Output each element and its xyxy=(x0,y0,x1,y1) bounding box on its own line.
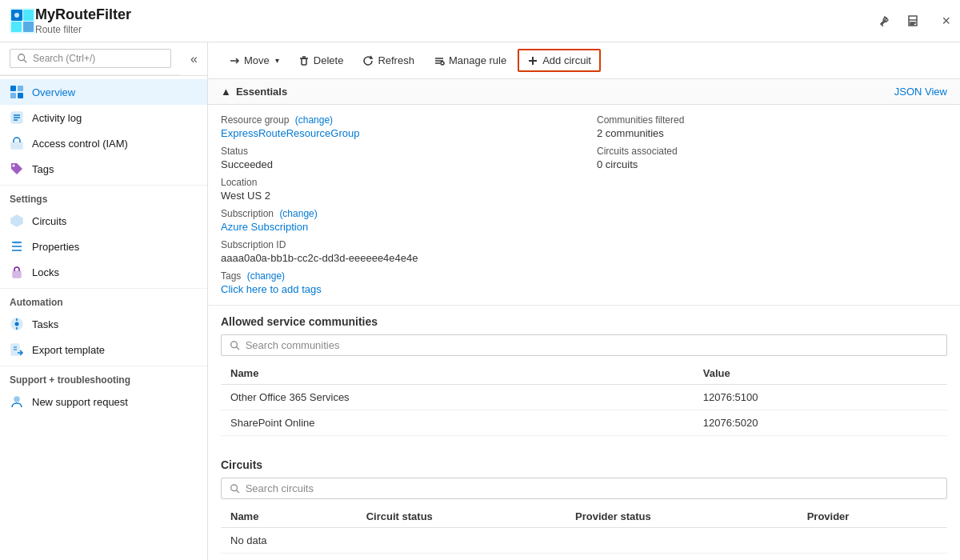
app-icon xyxy=(10,8,35,34)
essentials-col-2: Communities filtered 2 communities Circu… xyxy=(597,114,947,295)
resource-group-item: Resource group (change) ExpressRouteReso… xyxy=(221,114,571,139)
svg-rect-38 xyxy=(302,58,306,65)
json-view-link[interactable]: JSON View xyxy=(894,86,947,98)
subscription-id-item: Subscription ID aaaa0a0a-bb1b-cc2c-dd3d-… xyxy=(221,239,571,264)
circuits-title: Circuits xyxy=(221,458,947,471)
circuits-icon xyxy=(10,214,24,228)
circuits-col-circuit-status: Circuit status xyxy=(357,506,566,528)
svg-point-46 xyxy=(231,341,238,347)
sidebar-label-activity-log: Activity log xyxy=(32,112,82,124)
manage-rule-icon xyxy=(434,55,445,66)
circuits-search-input[interactable] xyxy=(246,482,938,494)
community-name-2: SharePoint Online xyxy=(221,410,694,436)
community-name-1: Other Office 365 Services xyxy=(221,385,694,410)
close-button[interactable]: × xyxy=(942,13,950,30)
manage-rule-button[interactable]: Manage rule xyxy=(426,50,514,70)
subscription-link[interactable]: Azure Subscription xyxy=(221,221,308,233)
svg-rect-2 xyxy=(23,10,34,21)
svg-point-36 xyxy=(14,397,19,402)
svg-rect-13 xyxy=(18,86,23,91)
table-row: SharePoint Online 12076:5020 xyxy=(221,410,947,436)
add-icon xyxy=(527,55,538,66)
sidebar-label-tasks: Tasks xyxy=(32,318,58,330)
communities-filtered-item: Communities filtered 2 communities xyxy=(597,114,947,139)
collapse-button[interactable]: « xyxy=(181,46,207,73)
pin-icon[interactable] xyxy=(878,14,890,27)
locks-icon xyxy=(10,265,24,279)
sidebar-label-properties: Properties xyxy=(32,241,79,253)
sidebar-item-activity-log[interactable]: Activity log xyxy=(0,105,207,130)
essentials-header: ▲ Essentials JSON View xyxy=(208,79,960,105)
content-area: Move ▾ Delete Refresh xyxy=(208,42,960,560)
communities-search-input[interactable] xyxy=(246,339,938,351)
title-bar-actions: × xyxy=(878,13,950,30)
subscription-change[interactable]: (change) xyxy=(279,208,317,219)
delete-icon xyxy=(298,55,310,66)
circuits-table: Name Circuit status Provider status Prov… xyxy=(221,506,947,554)
delete-button[interactable]: Delete xyxy=(290,50,352,70)
main-layout: Search (Ctrl+/) « Overview xyxy=(0,42,960,560)
circuits-no-data-row: No data xyxy=(221,528,947,554)
svg-rect-9 xyxy=(910,24,914,25)
sidebar-item-overview[interactable]: Overview xyxy=(0,79,207,105)
sidebar-label-tags: Tags xyxy=(32,163,54,175)
app-title: MyRouteFilter xyxy=(35,6,878,23)
activity-log-icon xyxy=(10,110,24,125)
essentials-title: ▲ Essentials xyxy=(221,86,287,98)
sidebar-label-access-control: Access control (IAM) xyxy=(32,138,128,150)
essentials-grid: Resource group (change) ExpressRouteReso… xyxy=(208,105,960,306)
circuits-col-name: Name xyxy=(221,506,357,528)
add-circuit-button[interactable]: Add circuit xyxy=(518,49,601,72)
sidebar-item-tags[interactable]: Tags xyxy=(0,156,207,182)
svg-rect-26 xyxy=(14,241,20,244)
svg-rect-12 xyxy=(10,86,16,91)
essentials-label: Essentials xyxy=(236,86,287,98)
sidebar-label-new-support-request: New support request xyxy=(32,396,128,408)
sidebar-nav: Overview Activity log xyxy=(0,76,207,418)
circuits-associated-item: Circuits associated 0 circuits xyxy=(597,146,947,170)
sidebar-item-new-support-request[interactable]: New support request xyxy=(0,389,207,414)
section-label-automation: Automation xyxy=(0,288,207,311)
svg-rect-20 xyxy=(11,142,22,149)
svg-point-48 xyxy=(231,484,238,490)
sidebar-item-properties[interactable]: Properties xyxy=(0,234,207,259)
section-label-support: Support + troubleshooting xyxy=(0,366,207,389)
collapse-essentials-icon[interactable]: ▲ xyxy=(221,86,231,98)
allowed-communities-title: Allowed service communities xyxy=(221,315,947,328)
communities-table: Name Value Other Office 365 Services 120… xyxy=(221,362,947,436)
refresh-button[interactable]: Refresh xyxy=(354,50,422,70)
sidebar-item-locks[interactable]: Locks xyxy=(0,259,207,285)
sidebar-label-circuits: Circuits xyxy=(32,215,66,227)
search-placeholder: Search (Ctrl+/) xyxy=(33,53,95,64)
resource-group-link[interactable]: ExpressRouteResourceGroup xyxy=(221,127,359,139)
title-bar: MyRouteFilter Route filter × xyxy=(0,0,960,42)
refresh-icon xyxy=(362,55,374,66)
communities-search-box[interactable] xyxy=(221,334,947,356)
sidebar-item-circuits[interactable]: Circuits xyxy=(0,208,207,234)
circuits-search-box[interactable] xyxy=(221,478,947,499)
communities-search-icon xyxy=(230,340,241,351)
sidebar-item-export-template[interactable]: Export template xyxy=(0,337,207,362)
sidebar-label-locks: Locks xyxy=(32,266,59,278)
circuits-search-icon xyxy=(230,483,241,494)
sidebar-search[interactable]: Search (Ctrl+/) xyxy=(0,42,181,75)
access-control-icon xyxy=(10,136,24,150)
move-button[interactable]: Move ▾ xyxy=(221,50,287,70)
title-bar-text: MyRouteFilter Route filter xyxy=(35,6,878,35)
resource-group-change[interactable]: (change) xyxy=(295,114,333,126)
sidebar-label-export-template: Export template xyxy=(32,344,105,356)
sidebar: Search (Ctrl+/) « Overview xyxy=(0,42,208,560)
tags-link[interactable]: Click here to add tags xyxy=(221,283,322,295)
properties-icon xyxy=(10,239,24,254)
sidebar-label-overview: Overview xyxy=(32,86,75,98)
sidebar-item-access-control[interactable]: Access control (IAM) xyxy=(0,130,207,156)
svg-point-43 xyxy=(441,62,444,65)
move-icon xyxy=(229,55,240,66)
svg-line-11 xyxy=(24,60,27,63)
tags-change[interactable]: (change) xyxy=(247,270,285,282)
svg-rect-4 xyxy=(23,22,34,32)
tags-icon xyxy=(10,162,24,176)
move-chevron: ▾ xyxy=(275,56,279,65)
print-icon[interactable] xyxy=(906,14,919,27)
sidebar-item-tasks[interactable]: Tasks xyxy=(0,311,207,337)
